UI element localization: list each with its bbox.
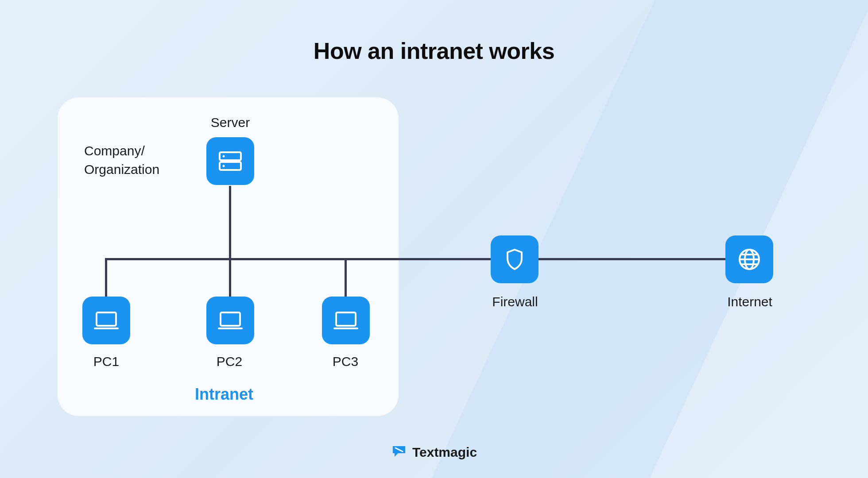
line-server-to-bus (229, 186, 231, 259)
server-label: Server (208, 115, 252, 130)
line-bus-to-pc1 (105, 258, 107, 300)
line-firewall-to-internet (536, 258, 726, 260)
internet-icon (725, 235, 773, 283)
pc1-icon (82, 297, 130, 344)
pc2-label: PC2 (207, 354, 252, 369)
internet-label: Internet (721, 294, 779, 309)
textmagic-icon (391, 443, 407, 461)
svg-point-3 (223, 165, 225, 167)
svg-rect-4 (97, 312, 116, 326)
server-icon (206, 137, 254, 185)
company-org-label: Company/ Organization (84, 142, 159, 179)
diagram-title: How an intranet works (0, 38, 868, 64)
line-bus-horizontal (105, 258, 492, 260)
svg-point-2 (223, 155, 225, 158)
pc1-label: PC1 (84, 354, 128, 369)
firewall-label: Firewall (491, 294, 539, 309)
intranet-section-label: Intranet (195, 385, 253, 404)
brand-name: Textmagic (412, 445, 477, 460)
svg-rect-6 (221, 312, 240, 326)
pc2-icon (206, 297, 254, 344)
brand-logo: Textmagic (391, 443, 477, 461)
svg-rect-8 (336, 312, 356, 326)
line-bus-to-pc3 (345, 258, 347, 300)
pc3-icon (322, 297, 370, 344)
pc3-label: PC3 (323, 354, 368, 369)
line-bus-to-pc2 (229, 258, 231, 300)
firewall-icon (491, 235, 539, 283)
